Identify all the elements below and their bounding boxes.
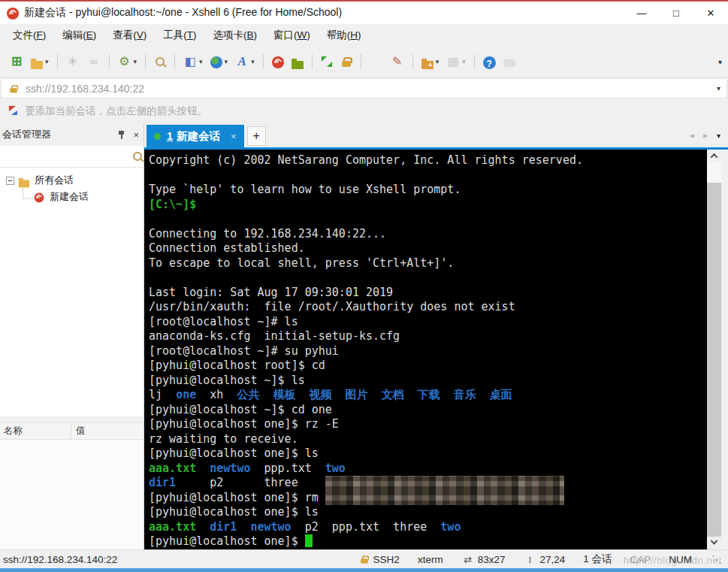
new-tab-button[interactable]: +	[247, 126, 266, 146]
terminal-scrollbar[interactable]	[707, 150, 721, 549]
tab-menu-icon[interactable]: ▾	[717, 132, 720, 140]
tab-next-icon[interactable]: ▸	[703, 130, 708, 141]
properties-header: 名称 值	[0, 422, 143, 440]
reconnect-button[interactable]	[84, 52, 104, 71]
tree-item-all-sessions[interactable]: 所有会话	[0, 172, 143, 189]
find-button[interactable]	[151, 53, 169, 71]
terminal-line: [pyhui@localhost one]$ ls	[149, 505, 707, 520]
toolbar-overflow-icon[interactable]: ▾	[718, 58, 722, 66]
folder-xftp-icon	[292, 61, 304, 69]
menu-edit[interactable]: 编辑(E)	[54, 26, 104, 45]
flag-icon	[8, 105, 19, 117]
session-search-input[interactable]	[0, 146, 131, 167]
font-button[interactable]: ▾	[232, 52, 258, 71]
terminal-line: rz waiting to receive.	[149, 432, 707, 447]
menu-file[interactable]: 文件(F)	[5, 26, 54, 45]
scroll-up-button[interactable]	[707, 150, 721, 162]
status-num-lock: NUM	[669, 554, 692, 565]
status-cursor-position: 27,24	[523, 552, 565, 566]
dropdown-arrow-icon[interactable]: ▾	[199, 58, 203, 65]
cursor-position-icon	[523, 552, 536, 566]
terminal-line: [pyhui@localhost one]$ ls	[149, 446, 707, 462]
column-value[interactable]: 值	[71, 425, 143, 437]
collapse-icon[interactable]	[6, 177, 14, 185]
tree-item-new-session[interactable]: 新建会话	[0, 189, 143, 205]
column-name[interactable]: 名称	[0, 423, 71, 439]
address-bar[interactable]: ssh://192.168.234.140:22 ▾	[1, 78, 727, 98]
info-bar: 要添加当前会话，点击左侧的箭头按钮。	[0, 99, 728, 123]
dropdown-arrow-icon[interactable]: ▾	[436, 58, 440, 65]
ssh-lock-icon	[359, 555, 369, 564]
globe-icon	[210, 56, 222, 68]
terminal-output[interactable]: Copyright (c) 2002 NetSarang Computer, I…	[144, 150, 707, 549]
shell-icon	[272, 56, 284, 68]
web-tools-button[interactable]: ▾	[207, 53, 231, 71]
new-session-button[interactable]	[7, 52, 26, 71]
arrange-windows-button[interactable]: ▾	[443, 52, 469, 71]
feedback-button[interactable]	[500, 55, 518, 68]
window-right-edge	[721, 150, 728, 549]
status-caps-lock: CAP	[630, 554, 651, 565]
tree-connector	[23, 189, 33, 199]
terminal-line: [pyhui@localhost root]$ cd	[149, 359, 707, 374]
dropdown-arrow-icon[interactable]: ▾	[225, 58, 228, 65]
xshell-button[interactable]	[269, 53, 287, 71]
properties-button[interactable]: ▾	[115, 52, 140, 71]
toolbar: ▾▾▾▾▾+▾▾▾	[0, 47, 728, 77]
virtual-keyboard-button[interactable]	[367, 52, 386, 71]
terminal-cursor	[305, 534, 313, 547]
scrollbar-thumb[interactable]	[707, 162, 721, 183]
toolbar-separator	[474, 54, 475, 69]
terminal-line: aaa.txt newtwo ppp.txt two	[149, 462, 707, 477]
resize-grip-icon[interactable]	[710, 552, 723, 566]
resize-icon	[461, 552, 475, 566]
search-icon[interactable]	[131, 150, 143, 162]
open-sessions-button[interactable]: ▾	[28, 55, 52, 69]
tab-close-icon[interactable]: ×	[231, 131, 237, 142]
panel-close-icon[interactable]: ×	[133, 129, 139, 141]
session-manager-title: 会话管理器	[2, 128, 117, 141]
status-size: 83x27	[461, 552, 506, 566]
pin-icon[interactable]	[117, 129, 126, 140]
menu-tools[interactable]: 工具(T)	[155, 26, 204, 45]
lock-screen-button[interactable]	[337, 53, 355, 71]
maximize-button[interactable]: □	[659, 2, 693, 24]
layout-button[interactable]: ▾	[180, 52, 206, 71]
scroll-down-button[interactable]	[707, 537, 721, 549]
fullscreen-button[interactable]	[318, 53, 336, 71]
help-icon	[483, 56, 496, 69]
help-button[interactable]	[480, 53, 499, 71]
address-dropdown-icon[interactable]: ▾	[717, 84, 720, 92]
window-gear-icon	[118, 55, 131, 68]
folder-new-icon: +	[421, 61, 433, 69]
dropdown-arrow-icon[interactable]: ▾	[134, 58, 137, 65]
session-search-bar[interactable]	[0, 146, 143, 168]
compose-pane-button[interactable]	[388, 52, 407, 71]
xftp-transfer-button[interactable]	[288, 55, 307, 69]
menu-help[interactable]: 帮助(H)	[319, 26, 370, 45]
status-right-cluster: SSH2 xterm 83x27 27,24 1 会话 CAP NUM	[358, 552, 723, 566]
status-address: ssh://192.168.234.140:22	[3, 554, 117, 565]
dropdown-arrow-icon[interactable]: ▾	[462, 58, 466, 65]
address-value[interactable]: ssh://192.168.234.140:22	[26, 83, 714, 95]
panel-splitter[interactable]	[0, 416, 143, 422]
burst-icon	[66, 55, 80, 68]
terminal-line: [C:\~]$	[149, 198, 707, 213]
tab-prev-icon[interactable]: ◂	[690, 130, 694, 141]
toolbar-separator	[361, 54, 361, 69]
properties-body	[0, 440, 143, 549]
menu-tabs[interactable]: 选项卡(B)	[205, 26, 266, 45]
close-button[interactable]: ✕	[693, 2, 728, 24]
window-title: 新建会话 - pyhui@localhost:~/one - Xshell 6 …	[24, 6, 342, 20]
minimize-button[interactable]: —	[624, 2, 659, 24]
menu-window[interactable]: 窗口(W)	[265, 26, 319, 45]
dropdown-arrow-icon[interactable]: ▾	[45, 58, 49, 65]
dropdown-arrow-icon[interactable]: ▾	[251, 58, 255, 65]
menu-view[interactable]: 查看(V)	[104, 26, 155, 45]
session-dialog-button[interactable]	[63, 52, 83, 71]
tab-new-session[interactable]: 1 新建会话 ×	[147, 125, 244, 147]
status-session-count: 1 会话	[583, 552, 612, 566]
terminal-line: [root@localhost ~]# ls	[149, 315, 707, 330]
link-icon	[87, 55, 101, 68]
new-folder-button[interactable]: +▾	[418, 55, 443, 69]
